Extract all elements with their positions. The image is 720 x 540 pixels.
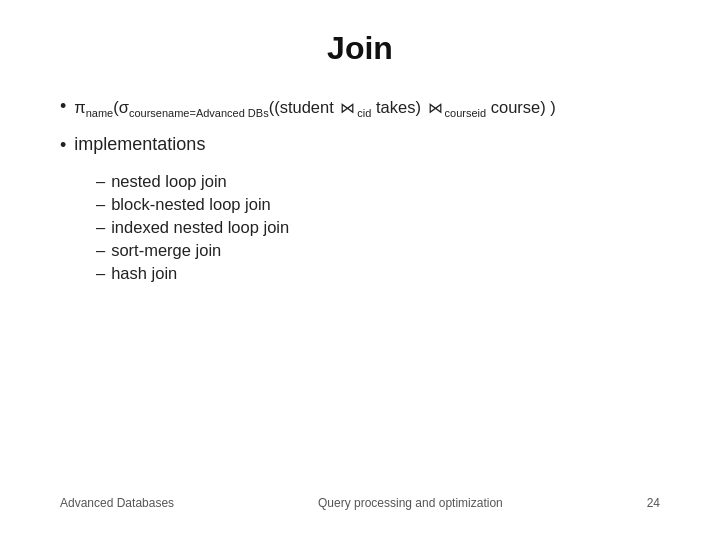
course-text: course) ) xyxy=(491,98,556,116)
dash-2: – xyxy=(96,195,105,214)
sub-bullet-5-text: hash join xyxy=(111,264,177,283)
sub-bullet-1: – nested loop join xyxy=(96,172,660,191)
dash-1: – xyxy=(96,172,105,191)
sigma-symbol: σ xyxy=(119,98,129,116)
bullet-item-1: • πname(σcoursename=Advanced DBs((studen… xyxy=(60,95,660,122)
footer: Advanced Databases Query processing and … xyxy=(60,486,660,510)
dash-5: – xyxy=(96,264,105,283)
slide: Join • πname(σcoursename=Advanced DBs((s… xyxy=(0,0,720,540)
sub-bullet-4-text: sort-merge join xyxy=(111,241,221,260)
takes-text: takes) xyxy=(376,98,421,116)
dash-3: – xyxy=(96,218,105,237)
sub-bullet-3-text: indexed nested loop join xyxy=(111,218,289,237)
sub-bullet-5: – hash join xyxy=(96,264,660,283)
bowtie1-subscript: cid xyxy=(357,107,371,119)
pi-symbol: π xyxy=(74,98,85,116)
bullet-dot-1: • xyxy=(60,96,66,117)
bullet-dot-2: • xyxy=(60,135,66,156)
slide-title: Join xyxy=(60,30,660,67)
student-text: ((student xyxy=(269,98,334,116)
pi-formula: πname(σcoursename=Advanced DBs((student … xyxy=(74,95,556,122)
implementations-label: implementations xyxy=(74,134,205,155)
bullet-item-2: • implementations xyxy=(60,134,660,156)
sub-bullet-2-text: block-nested loop join xyxy=(111,195,271,214)
content-area: • πname(σcoursename=Advanced DBs((studen… xyxy=(60,95,660,486)
footer-right: 24 xyxy=(647,496,660,510)
bowtie-icon-1: ⋈ xyxy=(340,97,355,120)
pi-subscript: name xyxy=(86,107,114,119)
bowtie2-subscript: courseid xyxy=(445,107,487,119)
sub-bullet-4: – sort-merge join xyxy=(96,241,660,260)
sub-bullet-2: – block-nested loop join xyxy=(96,195,660,214)
dash-4: – xyxy=(96,241,105,260)
sub-bullet-3: – indexed nested loop join xyxy=(96,218,660,237)
footer-left: Advanced Databases xyxy=(60,496,174,510)
sub-bullets-list: – nested loop join – block-nested loop j… xyxy=(96,172,660,283)
bowtie-icon-2: ⋈ xyxy=(428,97,443,120)
sub-bullet-1-text: nested loop join xyxy=(111,172,227,191)
sigma-subscript: coursename=Advanced DBs xyxy=(129,107,269,119)
footer-center: Query processing and optimization xyxy=(174,496,647,510)
